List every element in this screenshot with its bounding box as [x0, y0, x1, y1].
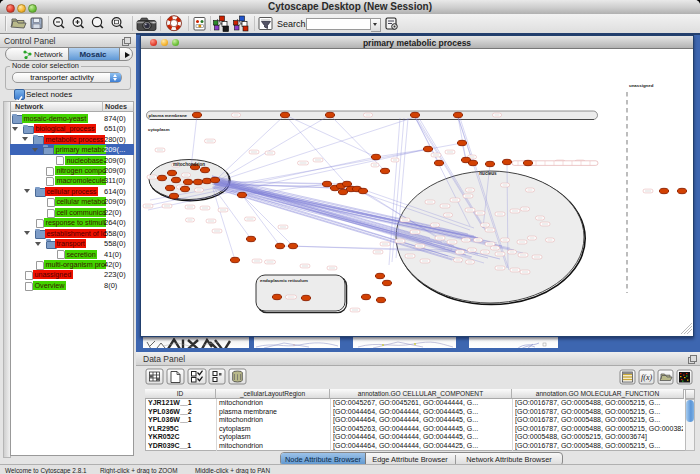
svg-text:f(x): f(x): [641, 373, 652, 382]
svg-text:endoplasmic reticulum: endoplasmic reticulum: [260, 278, 308, 283]
svg-text:mitochondrion: mitochondrion: [173, 162, 205, 167]
svg-text:nucleus: nucleus: [479, 171, 497, 176]
svg-text:cytoplasm: cytoplasm: [148, 127, 170, 132]
svg-text:unassigned: unassigned: [629, 83, 654, 88]
svg-text:plasma membrane: plasma membrane: [149, 113, 188, 118]
